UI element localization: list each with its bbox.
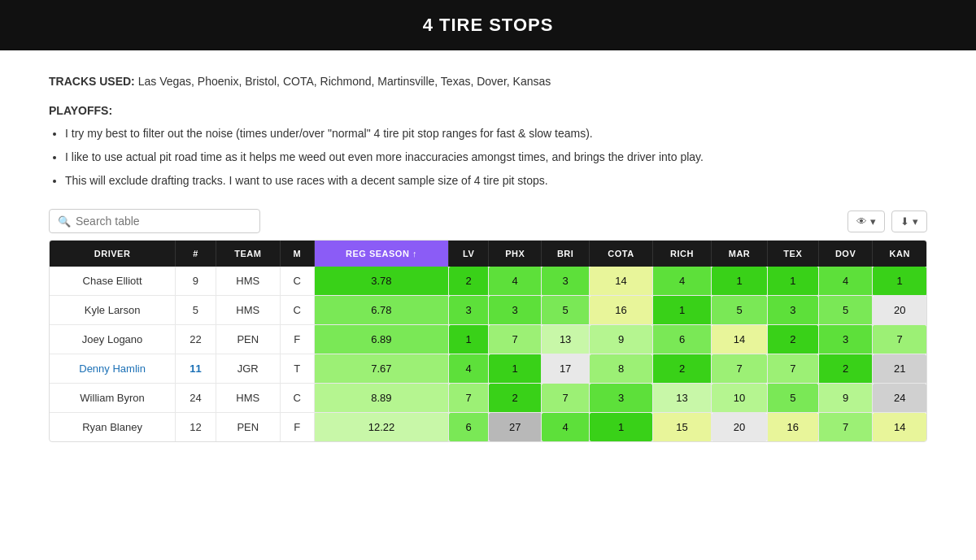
mar-cell: 10 <box>712 384 768 413</box>
bri-cell: 13 <box>542 325 590 354</box>
dov-cell: 2 <box>818 354 873 384</box>
m-cell: F <box>280 325 314 354</box>
reg-season-cell: 3.78 <box>314 267 448 296</box>
kan-cell: 24 <box>873 384 926 413</box>
team-cell: JGR <box>216 354 280 384</box>
table-header-row: DRIVER # TEAM M REG SEASON ↑ LV PHX BRI … <box>50 241 926 267</box>
lv-cell: 3 <box>449 296 489 325</box>
col-rich: RICH <box>652 241 711 267</box>
phx-cell: 1 <box>489 354 542 384</box>
col-kan: KAN <box>873 241 926 267</box>
col-tex: TEX <box>767 241 818 267</box>
number-cell: 24 <box>176 384 216 413</box>
bri-cell: 3 <box>542 267 590 296</box>
team-cell: HMS <box>216 296 280 325</box>
tex-cell: 16 <box>767 413 818 442</box>
phx-cell: 7 <box>489 325 542 354</box>
reg-season-cell: 7.67 <box>314 354 448 384</box>
mar-cell: 20 <box>712 413 768 442</box>
cota-cell: 3 <box>590 384 653 413</box>
team-cell: HMS <box>216 384 280 413</box>
bullet-2: I like to use actual pit road time as it… <box>65 149 927 166</box>
tex-cell: 1 <box>767 267 818 296</box>
table-row: Chase Elliott9HMSC3.782431441141 <box>50 267 926 296</box>
dov-cell: 4 <box>818 267 873 296</box>
rich-cell: 2 <box>652 354 711 384</box>
page-title: 4 TIRE STOPS <box>423 15 554 35</box>
cota-cell: 8 <box>590 354 653 384</box>
phx-cell: 27 <box>489 413 542 442</box>
chevron-down-icon: ▾ <box>870 215 876 228</box>
number-cell: 9 <box>176 267 216 296</box>
kan-cell: 7 <box>873 325 926 354</box>
bri-cell: 17 <box>542 354 590 384</box>
lv-cell: 1 <box>449 325 489 354</box>
table-row: Joey Logano22PENF6.8917139614237 <box>50 325 926 354</box>
bullet-3: This will exclude drafting tracks. I wan… <box>65 172 927 189</box>
bri-cell: 4 <box>542 413 590 442</box>
toolbar-right: 👁 ▾ ⬇ ▾ <box>847 211 927 232</box>
team-cell: PEN <box>216 325 280 354</box>
search-box[interactable]: 🔍 <box>49 209 260 233</box>
cota-cell: 1 <box>590 413 653 442</box>
dov-cell: 9 <box>818 384 873 413</box>
playoffs-label: PLAYOFFS: <box>49 104 927 117</box>
tracks-value: Las Vegas, Phoenix, Bristol, COTA, Richm… <box>138 75 551 88</box>
search-input[interactable] <box>76 215 251 228</box>
reg-season-cell: 6.89 <box>314 325 448 354</box>
col-number: # <box>176 241 216 267</box>
col-mar: MAR <box>712 241 768 267</box>
tex-cell: 5 <box>767 384 818 413</box>
dov-cell: 3 <box>818 325 873 354</box>
m-cell: C <box>280 384 314 413</box>
bullet-1: I try my best to filter out the noise (t… <box>65 125 927 142</box>
main-content: TRACKS USED: Las Vegas, Phoenix, Bristol… <box>0 50 976 458</box>
number-cell: 5 <box>176 296 216 325</box>
col-lv: LV <box>449 241 489 267</box>
reg-season-cell: 12.22 <box>314 413 448 442</box>
kan-cell: 20 <box>873 296 926 325</box>
col-phx: PHX <box>489 241 542 267</box>
m-cell: C <box>280 296 314 325</box>
tex-cell: 3 <box>767 296 818 325</box>
lv-cell: 7 <box>449 384 489 413</box>
table-row: Kyle Larson5HMSC6.7833516153520 <box>50 296 926 325</box>
page-header: 4 TIRE STOPS <box>0 0 976 50</box>
col-m: M <box>280 241 314 267</box>
m-cell: C <box>280 267 314 296</box>
driver-cell: Ryan Blaney <box>50 413 176 442</box>
phx-cell: 4 <box>489 267 542 296</box>
tracks-label: TRACKS USED: <box>49 75 135 88</box>
reg-season-cell: 8.89 <box>314 384 448 413</box>
download-button[interactable]: ⬇ ▾ <box>891 211 927 232</box>
col-driver: DRIVER <box>50 241 176 267</box>
download-icon: ⬇ <box>900 215 909 228</box>
dov-cell: 5 <box>818 296 873 325</box>
rich-cell: 15 <box>652 413 711 442</box>
phx-cell: 2 <box>489 384 542 413</box>
rich-cell: 6 <box>652 325 711 354</box>
team-cell: PEN <box>216 413 280 442</box>
rich-cell: 4 <box>652 267 711 296</box>
col-reg-season[interactable]: REG SEASON ↑ <box>314 241 448 267</box>
driver-cell: Joey Logano <box>50 325 176 354</box>
eye-icon: 👁 <box>856 215 867 228</box>
visibility-button[interactable]: 👁 ▾ <box>847 211 885 232</box>
rich-cell: 13 <box>652 384 711 413</box>
driver-cell: Denny Hamlin <box>50 354 176 384</box>
lv-cell: 6 <box>449 413 489 442</box>
lv-cell: 4 <box>449 354 489 384</box>
kan-cell: 21 <box>873 354 926 384</box>
team-cell: HMS <box>216 267 280 296</box>
kan-cell: 1 <box>873 267 926 296</box>
number-cell: 22 <box>176 325 216 354</box>
dov-cell: 7 <box>818 413 873 442</box>
cota-cell: 9 <box>590 325 653 354</box>
tex-cell: 7 <box>767 354 818 384</box>
col-bri: BRI <box>542 241 590 267</box>
search-icon: 🔍 <box>58 215 71 228</box>
driver-cell: Kyle Larson <box>50 296 176 325</box>
mar-cell: 7 <box>712 354 768 384</box>
reg-season-cell: 6.78 <box>314 296 448 325</box>
mar-cell: 5 <box>712 296 768 325</box>
